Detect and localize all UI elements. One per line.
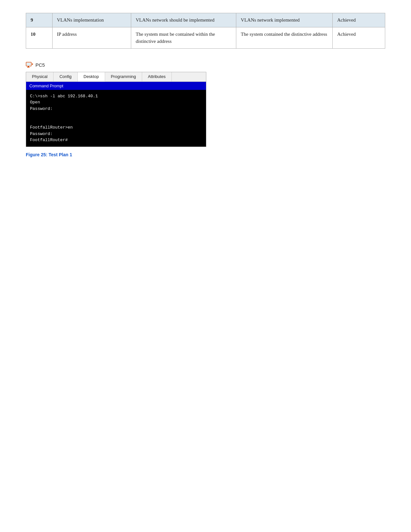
cmd-title-bar: Command Prompt [26, 82, 206, 90]
pc5-header: PC5 [26, 62, 385, 69]
table-cell-0: 9 [26, 13, 53, 27]
pc5-section: PC5 PhysicalConfigDesktopProgrammingAttr… [26, 62, 385, 147]
pc-tabs: PhysicalConfigDesktopProgrammingAttribut… [26, 72, 206, 82]
table-cell-1: IP address [52, 27, 131, 48]
table-cell-3: VLANs network implemented [236, 13, 333, 27]
cmd-line: Password: [30, 131, 202, 137]
cmd-line: Open [30, 99, 202, 106]
cmd-line: FootfallRouter>en [30, 124, 202, 131]
cmd-line: Password: [30, 106, 202, 112]
svg-marker-4 [32, 63, 33, 65]
pc-window: PhysicalConfigDesktopProgrammingAttribut… [26, 72, 206, 147]
svg-rect-1 [27, 63, 31, 65]
table-row: 9VLANs implementationVLANs network shoul… [26, 13, 385, 27]
table-cell-3: The system contained the distinctive add… [236, 27, 333, 48]
test-plan-table: 9VLANs implementationVLANs network shoul… [26, 13, 385, 49]
pc5-label: PC5 [35, 62, 45, 68]
pc5-icon [26, 62, 33, 69]
svg-rect-2 [28, 66, 29, 67]
cmd-line [30, 112, 202, 118]
table-cell-2: The system must be contained within the … [131, 27, 236, 48]
table-row: 10IP addressThe system must be contained… [26, 27, 385, 48]
cmd-line [30, 118, 202, 125]
figure-caption: Figure 25: Test Plan 1 [26, 152, 385, 157]
table-cell-2: VLANs network should be implemented [131, 13, 236, 27]
cmd-body: C:\>ssh -l abc 192.168.40.1OpenPassword:… [26, 90, 206, 147]
table-cell-1: VLANs implementation [52, 13, 131, 27]
table-cell-4: Achieved [332, 13, 385, 27]
table-cell-0: 10 [26, 27, 53, 48]
tab-config[interactable]: Config [54, 72, 78, 82]
svg-rect-3 [27, 67, 30, 68]
tab-physical[interactable]: Physical [26, 72, 54, 82]
cmd-line: FootfallRouter# [30, 137, 202, 143]
tab-desktop[interactable]: Desktop [78, 72, 105, 82]
tab-attributes[interactable]: Attributes [142, 72, 172, 82]
tab-programming[interactable]: Programming [105, 72, 142, 82]
table-cell-4: Achieved [332, 27, 385, 48]
cmd-line: C:\>ssh -l abc 192.168.40.1 [30, 93, 202, 100]
